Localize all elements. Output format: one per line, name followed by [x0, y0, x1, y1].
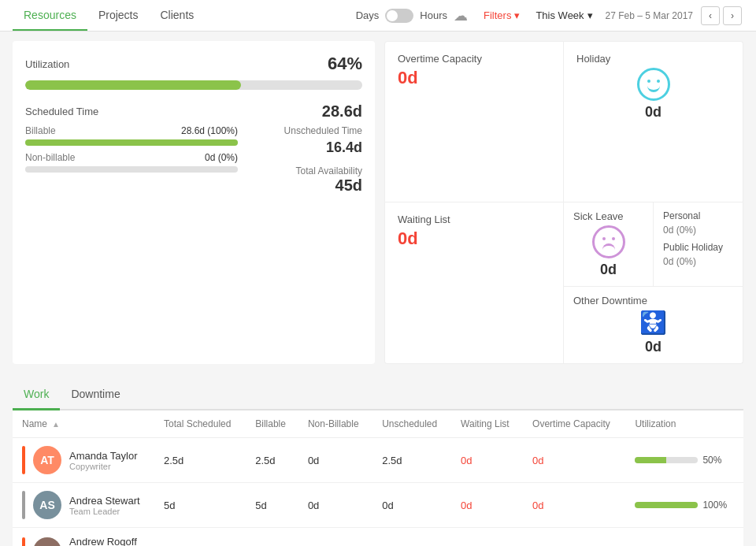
other-downtime-label: Other Downtime: [573, 295, 733, 306]
name-role-2: Andrew Rogoff Information Architect: [69, 536, 145, 546]
person-name-2[interactable]: Andrew Rogoff: [69, 536, 145, 546]
top-nav: Resources Projects Clients Days Hours ☁ …: [0, 0, 756, 32]
utilization-value: 64%: [328, 54, 362, 74]
prev-arrow-button[interactable]: ‹: [701, 6, 720, 25]
util-bar-1: [635, 502, 698, 508]
col-header-billable: Billable: [246, 410, 298, 438]
overtime-capacity-card: Overtime Capacity 0d: [384, 41, 564, 202]
nav-tab-clients[interactable]: Clients: [150, 1, 206, 31]
downtime-combined-card: Sick Leave 0d Personal 0d: [564, 202, 743, 364]
work-tab-downtime[interactable]: Downtime: [60, 380, 131, 410]
avatar-2: AR: [33, 537, 61, 547]
col-header-non-billable: Non-Billable: [298, 410, 372, 438]
nav-tab-projects[interactable]: Projects: [87, 1, 150, 31]
total-availability-label: Total Availability: [244, 165, 362, 176]
filters-button[interactable]: Filters ▾: [484, 9, 520, 21]
happy-face-icon: [637, 68, 670, 101]
personal-public-sub-card: Personal 0d (0%) Public Holiday 0d (0%): [654, 202, 743, 286]
this-week-button[interactable]: This Week ▾: [536, 9, 592, 21]
person-name-0[interactable]: Amanda Taylor: [69, 450, 137, 462]
name-cell-2: AR Andrew Rogoff Information Architect: [13, 528, 154, 547]
name-role-1: Andrea Stewart Team Leader: [69, 495, 140, 516]
col-header-total-scheduled: Total Scheduled: [154, 410, 246, 438]
nav-tabs: Resources Projects Clients: [13, 1, 205, 31]
sad-face-eyes: [602, 237, 615, 240]
billable-cell-0: 2.5d: [246, 438, 298, 483]
unscheduled-section: Unscheduled Time 16.4d Total Availabilit…: [244, 125, 362, 195]
non-billable-label: Non-billable: [25, 152, 75, 163]
sick-leave-value: 0d: [573, 262, 643, 278]
person-role-1: Team Leader: [69, 507, 140, 516]
person-name-1[interactable]: Andrea Stewart: [69, 495, 140, 507]
work-tab-work[interactable]: Work: [13, 380, 60, 410]
next-arrow-button[interactable]: ›: [723, 6, 742, 25]
waiting-list-value: 0d: [398, 228, 550, 249]
waiting-list-cell-2: 0d: [451, 528, 523, 547]
app-container: Resources Projects Clients Days Hours ☁ …: [0, 0, 756, 546]
unscheduled-cell-2: 0.6d: [372, 528, 451, 547]
public-holiday-value: 0d (0%): [663, 256, 733, 267]
filters-label: Filters: [484, 9, 511, 21]
holiday-value: 0d: [576, 104, 730, 121]
non-billable-bar: [25, 166, 238, 173]
row-color-dot-0: [22, 446, 25, 474]
col-header-unscheduled: Unscheduled: [372, 410, 451, 438]
name-sort-button[interactable]: Name ▲: [22, 418, 145, 429]
util-pct-1: 100%: [702, 500, 727, 511]
hours-label: Hours: [420, 9, 447, 21]
sad-face-icon: [592, 225, 625, 258]
avatar-1: AS: [33, 491, 61, 519]
utilization-cell-2: 88%: [625, 528, 743, 547]
name-role-0: Amanda Taylor Copywriter: [69, 450, 137, 471]
utilization-label: Utilization: [25, 58, 69, 70]
holiday-card: Holiday 0d: [564, 41, 743, 202]
overtime-value: 0d: [398, 68, 550, 88]
billable-value: 28.6d (100%): [181, 125, 238, 136]
table-row: AR Andrew Rogoff Information Architect 4…: [13, 528, 743, 547]
summary-section: Utilization 64% Scheduled Time 28.6d Bil…: [0, 32, 756, 373]
cloud-icon[interactable]: ☁: [454, 7, 468, 24]
row-color-dot-1: [22, 491, 25, 519]
overtime-label: Overtime Capacity: [398, 53, 550, 65]
days-hours-toggle[interactable]: [385, 9, 413, 23]
overtime-capacity-cell-2: 0d: [523, 528, 625, 547]
billable-column: Billable 28.6d (100%) Non-billable 0d (0…: [25, 125, 238, 195]
date-range: 27 Feb – 5 Mar 2017: [606, 10, 693, 21]
face-eye-left: [647, 80, 650, 83]
total-scheduled-cell-2: 4.4d: [154, 528, 246, 547]
total-scheduled-cell-1: 5d: [154, 483, 246, 528]
days-label: Days: [356, 9, 380, 21]
non-billable-cell-1: 0d: [298, 483, 372, 528]
scheduled-time-label: Scheduled Time: [25, 106, 98, 117]
row-color-dot-2: [22, 537, 25, 547]
stroller-icon: 🚼: [573, 310, 733, 336]
total-scheduled-cell-0: 2.5d: [154, 438, 246, 483]
col-header-waiting-list: Waiting List: [451, 410, 523, 438]
sick-leave-sub-card: Sick Leave 0d: [564, 202, 654, 286]
non-billable-cell-0: 0d: [298, 438, 372, 483]
unscheduled-cell-1: 0d: [372, 483, 451, 528]
name-cell-0: AT Amanda Taylor Copywriter: [13, 438, 154, 483]
non-billable-value: 0d (0%): [205, 152, 238, 163]
sick-personal-row: Sick Leave 0d Personal 0d: [564, 202, 743, 287]
utilization-cell-0: 50%: [625, 438, 743, 483]
holiday-label: Holiday: [576, 53, 730, 65]
waiting-list-cell-0: 0d: [451, 438, 523, 483]
days-hours-toggle-group: Days Hours: [356, 9, 447, 23]
utilization-card: Utilization 64% Scheduled Time 28.6d Bil…: [13, 41, 375, 364]
other-downtime-sub-card: Other Downtime 🚼 0d: [564, 287, 743, 363]
sick-leave-label: Sick Leave: [573, 210, 643, 222]
sad-face-eye-left: [602, 237, 606, 240]
sad-face-mouth: [602, 243, 615, 250]
nav-tab-resources[interactable]: Resources: [13, 1, 87, 31]
billable-bar: [25, 139, 238, 146]
time-details: Billable 28.6d (100%) Non-billable 0d (0…: [25, 125, 362, 195]
waiting-list-label: Waiting List: [398, 214, 550, 225]
table-row: AT Amanda Taylor Copywriter 2.5d 2.5d 0d…: [13, 438, 743, 483]
public-holiday-label: Public Holiday: [663, 242, 733, 253]
this-week-chevron-icon: ▾: [587, 9, 593, 21]
resources-table: Name ▲ Total Scheduled Billable Non-Bill…: [13, 410, 743, 546]
face-mouth: [647, 86, 660, 92]
utilization-cell-1: 100%: [625, 483, 743, 528]
this-week-label: This Week: [536, 9, 584, 21]
